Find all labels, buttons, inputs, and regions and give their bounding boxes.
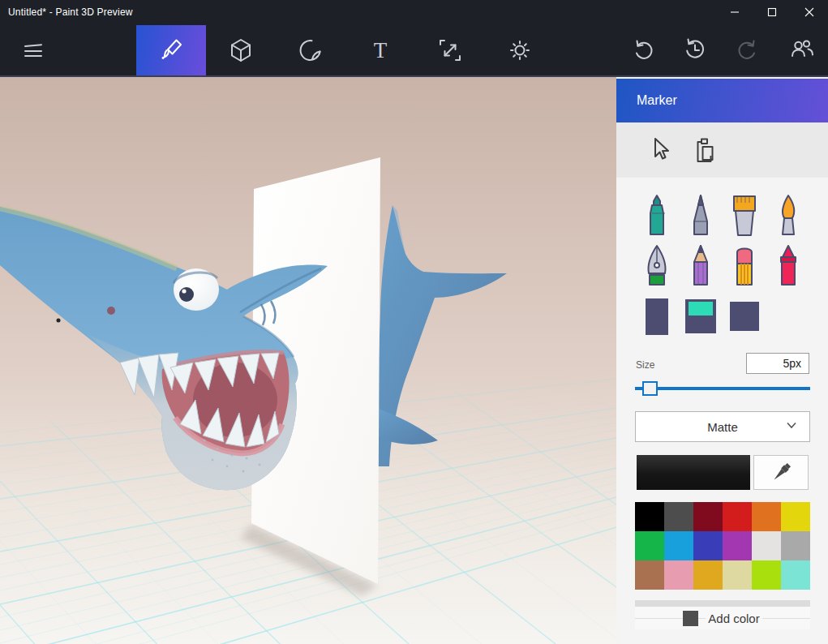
palette-swatch[interactable] [693,502,723,531]
tool-flat-brush[interactable] [723,191,766,241]
3d-shapes-cube-icon [225,34,257,67]
swatch-tool-1-icon [645,296,669,337]
tool-pencil[interactable] [679,241,723,291]
people-icon [786,33,818,66]
marker-icon [645,194,669,238]
brush-icon [155,34,187,67]
maximize-icon [767,7,777,17]
tool-pixel-pen[interactable] [679,191,723,241]
chevron-down-icon [785,419,798,435]
select-cursor-icon [647,135,673,165]
calligraphy-pen-icon [644,244,670,288]
close-button[interactable] [791,0,828,24]
finish-value: Matte [707,420,738,434]
eyedropper-icon [767,459,795,487]
3d-viewport[interactable]: 100% [0,77,616,644]
oil-brush-icon [778,194,799,238]
menu-button[interactable] [16,34,50,68]
panel-title: Marker [637,93,677,108]
swatch-tool-2-icon [684,298,717,335]
top-toolbar: T [0,24,828,77]
tool-marker[interactable] [635,191,679,241]
history-button[interactable] [678,32,712,67]
hamburger-icon [19,37,47,65]
tab-text[interactable]: T [345,25,415,75]
palette-swatch[interactable] [664,502,693,531]
eraser-icon [732,244,757,288]
window-title: Untitled* - Paint 3D Preview [8,6,133,18]
palette-swatch[interactable] [635,531,664,560]
add-color-label: Add color [706,612,762,625]
palette-swatch[interactable] [664,560,693,590]
finish-dropdown[interactable]: Matte [635,411,810,442]
current-color-swatch[interactable] [637,455,750,490]
canvas-expand-icon [434,34,466,67]
tab-brushes[interactable] [136,25,206,75]
tool-eraser[interactable] [723,241,766,291]
palette-swatch[interactable] [752,560,781,590]
tool-swatch-2[interactable] [679,291,723,341]
text-icon: T [374,38,388,63]
select-button[interactable] [646,135,675,165]
title-bar: Untitled* - Paint 3D Preview [0,0,828,24]
add-color-button[interactable]: Add color [635,607,810,629]
minimize-button[interactable] [716,0,753,24]
tool-calligraphy-pen[interactable] [635,241,679,291]
redo-icon [731,33,764,66]
minimize-icon [730,7,740,17]
tab-stickers[interactable] [276,25,345,75]
pencil-icon [689,244,712,288]
palette-swatch[interactable] [752,531,781,560]
tab-3d-shapes[interactable] [206,25,276,75]
undo-icon [627,33,659,66]
brush-tool-grid [635,191,810,341]
paste-button[interactable] [689,135,719,165]
palette-swatch[interactable] [781,531,810,560]
people-button[interactable] [785,32,819,67]
size-slider[interactable] [635,387,810,390]
close-icon [804,7,814,17]
size-slider-thumb[interactable] [642,381,658,396]
palette-swatch[interactable] [723,560,752,590]
palette-swatch[interactable] [752,502,781,531]
effects-sun-icon [504,34,536,67]
history-clock-icon [679,33,711,66]
pixel-pen-icon [690,194,711,238]
palette-swatch[interactable] [635,560,664,590]
tool-swatch-3[interactable] [723,291,766,341]
panel-header: Marker [616,79,828,122]
palette-swatch[interactable] [693,560,723,590]
scene-graphic [0,77,616,644]
size-label: Size [636,359,654,371]
palette-overflow-strip [635,600,810,607]
swatch-tool-3-icon [729,300,760,333]
flat-brush-icon [731,194,758,238]
maximize-button[interactable] [753,0,791,24]
size-input[interactable] [746,353,809,374]
add-color-icon [683,611,698,626]
palette-swatch[interactable] [635,502,664,531]
crayon-icon [777,244,800,288]
side-panel: Marker [616,77,828,644]
tab-canvas[interactable] [415,25,485,75]
eyedropper-button[interactable] [753,455,809,490]
palette-swatch[interactable] [781,502,810,531]
tool-crayon[interactable] [766,241,810,291]
tool-swatch-1[interactable] [635,291,679,341]
palette-swatch[interactable] [723,502,752,531]
color-palette [635,502,810,590]
sticker-icon [294,34,327,67]
palette-swatch[interactable] [723,531,752,560]
tool-oil-brush[interactable] [766,191,810,241]
panel-sub-toolbar [616,122,828,178]
palette-swatch[interactable] [664,531,693,560]
palette-swatch[interactable] [781,560,810,590]
redo-button[interactable] [731,32,765,67]
paste-clipboard-icon [691,135,717,165]
undo-button[interactable] [626,32,660,67]
tab-effects[interactable] [485,25,555,75]
palette-swatch[interactable] [693,531,723,560]
